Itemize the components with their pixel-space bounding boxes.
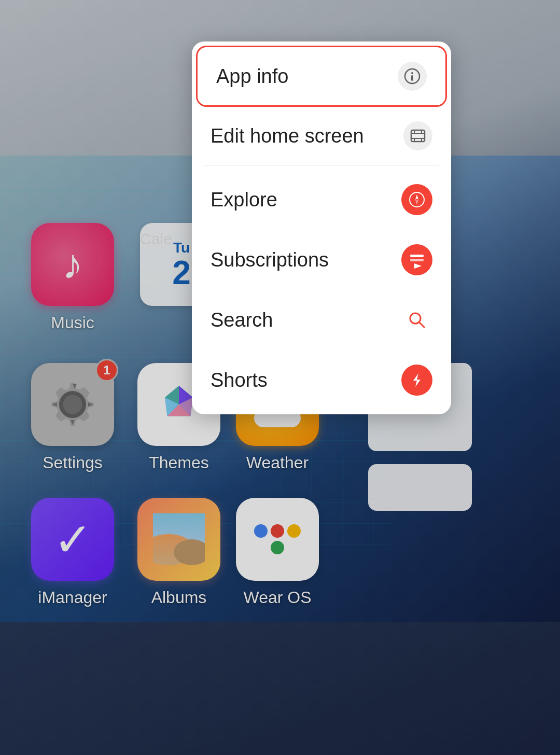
menu-item-search[interactable]: Search bbox=[192, 290, 451, 350]
svg-rect-15 bbox=[411, 130, 425, 142]
svg-marker-23 bbox=[415, 194, 418, 200]
menu-item-app-info[interactable]: App info bbox=[196, 46, 447, 107]
info-icon bbox=[398, 62, 427, 91]
svg-rect-14 bbox=[411, 75, 413, 81]
svg-rect-19 bbox=[421, 130, 422, 133]
menu-item-shorts[interactable]: Shorts bbox=[192, 350, 451, 414]
menu-item-explore[interactable]: Explore bbox=[192, 165, 451, 230]
svg-line-29 bbox=[419, 322, 424, 327]
svg-rect-16 bbox=[411, 133, 425, 134]
svg-rect-18 bbox=[414, 130, 415, 133]
app-info-label: App info bbox=[216, 65, 288, 88]
svg-marker-24 bbox=[415, 200, 418, 205]
svg-marker-27 bbox=[414, 263, 422, 269]
svg-point-13 bbox=[411, 72, 413, 74]
subscriptions-icon bbox=[401, 244, 432, 275]
edit-home-screen-label: Edit home screen bbox=[211, 125, 364, 147]
svg-rect-17 bbox=[411, 138, 425, 139]
search-label: Search bbox=[211, 309, 273, 331]
svg-rect-21 bbox=[421, 139, 422, 142]
menu-item-edit-home-screen[interactable]: Edit home screen bbox=[192, 107, 451, 165]
shorts-label: Shorts bbox=[211, 369, 268, 392]
subscriptions-label: Subscriptions bbox=[211, 249, 329, 271]
film-icon bbox=[403, 121, 432, 150]
compass-icon bbox=[401, 184, 432, 215]
explore-label: Explore bbox=[211, 189, 277, 211]
menu-item-subscriptions[interactable]: Subscriptions bbox=[192, 230, 451, 290]
svg-rect-26 bbox=[410, 259, 424, 261]
context-menu: App info Edit home screen Expl bbox=[192, 41, 451, 414]
search-icon bbox=[401, 304, 432, 335]
svg-rect-20 bbox=[414, 139, 415, 142]
shorts-icon bbox=[401, 365, 432, 396]
svg-rect-25 bbox=[410, 255, 424, 257]
